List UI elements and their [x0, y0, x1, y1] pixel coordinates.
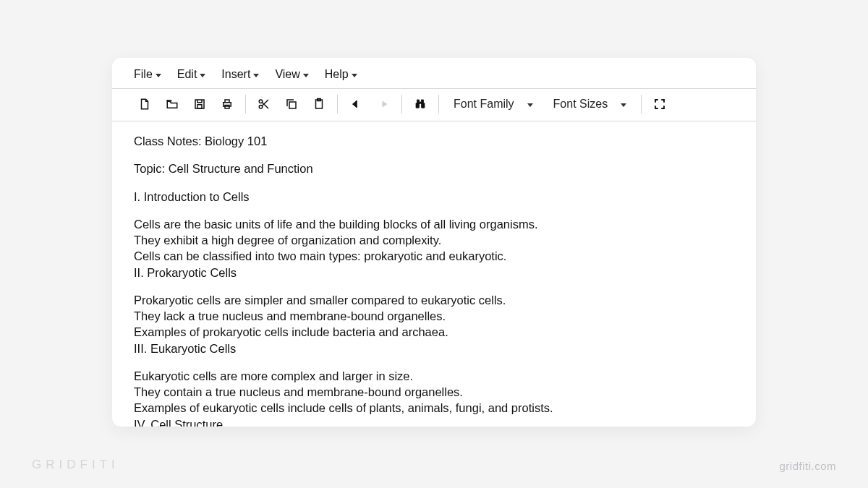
font-family-label: Font Family: [454, 98, 514, 111]
doc-line: Eukaryotic cells are more complex and la…: [134, 368, 734, 384]
doc-line: Examples of prokaryotic cells include ba…: [134, 324, 734, 340]
menubar: File Edit Insert View Help: [112, 58, 756, 88]
caret-down-icon: [527, 103, 533, 107]
font-sizes-label: Font Sizes: [553, 98, 608, 111]
scissors-icon: [258, 98, 271, 111]
expand-icon: [653, 98, 666, 111]
toolbar: Font Family Font Sizes: [112, 88, 756, 121]
find-button[interactable]: [407, 92, 434, 116]
redo-icon: [377, 98, 390, 111]
menu-help[interactable]: Help: [325, 68, 357, 81]
save-icon: [193, 98, 206, 111]
svg-point-4: [259, 100, 263, 103]
doc-section1-heading: I. Introduction to Cells: [134, 189, 734, 205]
doc-section3-heading: III. Eukaryotic Cells: [134, 341, 734, 356]
doc-line: Cells are the basic units of life and th…: [134, 216, 734, 232]
undo-icon: [349, 98, 362, 111]
toolbar-separator: [641, 95, 642, 114]
open-button[interactable]: [158, 92, 186, 116]
svg-rect-13: [420, 102, 422, 103]
caret-down-icon: [156, 74, 161, 77]
copy-icon: [285, 98, 298, 111]
menu-insert[interactable]: Insert: [221, 68, 259, 81]
doc-line: They exhibit a high degree of organizati…: [134, 232, 734, 248]
watermark-url: gridfiti.com: [779, 460, 836, 472]
menu-view-label: View: [275, 68, 299, 81]
toolbar-separator: [245, 95, 246, 114]
menu-file-label: File: [134, 68, 153, 81]
caret-down-icon: [200, 74, 205, 77]
cut-button[interactable]: [250, 92, 278, 116]
document-content[interactable]: Class Notes: Biology 101 Topic: Cell Str…: [112, 121, 756, 427]
doc-line: Prokaryotic cells are simpler and smalle…: [134, 292, 734, 308]
undo-button[interactable]: [342, 92, 370, 116]
menu-file[interactable]: File: [134, 68, 161, 81]
redo-button[interactable]: [370, 92, 397, 116]
svg-rect-11: [417, 100, 420, 103]
binoculars-icon: [414, 98, 427, 111]
svg-rect-12: [422, 100, 424, 103]
doc-line: Cells can be classified into two main ty…: [134, 248, 734, 264]
toolbar-separator: [337, 95, 338, 114]
caret-down-icon: [303, 74, 309, 77]
print-icon: [221, 98, 234, 111]
editor-window: File Edit Insert View Help: [112, 58, 756, 427]
paste-button[interactable]: [305, 92, 333, 116]
doc-line: Examples of eukaryotic cells include cel…: [134, 400, 734, 416]
new-document-button[interactable]: [131, 92, 158, 116]
toolbar-separator: [401, 95, 402, 114]
menu-view[interactable]: View: [275, 68, 308, 81]
svg-point-5: [259, 106, 263, 109]
clipboard-icon: [312, 98, 326, 111]
copy-button[interactable]: [278, 92, 305, 116]
fullscreen-button[interactable]: [646, 92, 673, 116]
caret-down-icon: [253, 74, 259, 77]
svg-rect-6: [289, 102, 296, 108]
font-sizes-dropdown[interactable]: Font Sizes: [543, 92, 637, 116]
font-family-dropdown[interactable]: Font Family: [443, 92, 543, 116]
caret-down-icon: [621, 103, 626, 107]
save-button[interactable]: [186, 92, 213, 116]
doc-section4-heading: IV. Cell Structure: [134, 416, 734, 427]
print-button[interactable]: [213, 92, 241, 116]
doc-topic: Topic: Cell Structure and Function: [134, 160, 734, 176]
folder-open-icon: [166, 98, 179, 111]
watermark-brand: GRIDFITI: [32, 458, 119, 472]
doc-title: Class Notes: Biology 101: [134, 133, 734, 149]
svg-rect-1: [197, 105, 202, 108]
menu-edit-label: Edit: [177, 68, 197, 81]
doc-line: They contain a true nucleus and membrane…: [134, 384, 734, 400]
caret-down-icon: [352, 74, 357, 77]
doc-section2-heading: II. Prokaryotic Cells: [134, 265, 734, 281]
menu-insert-label: Insert: [221, 68, 250, 81]
menu-help-label: Help: [325, 68, 349, 81]
toolbar-separator: [438, 95, 439, 114]
menu-edit[interactable]: Edit: [177, 68, 206, 81]
doc-line: They lack a true nucleus and membrane-bo…: [134, 308, 734, 324]
document-icon: [138, 98, 151, 111]
